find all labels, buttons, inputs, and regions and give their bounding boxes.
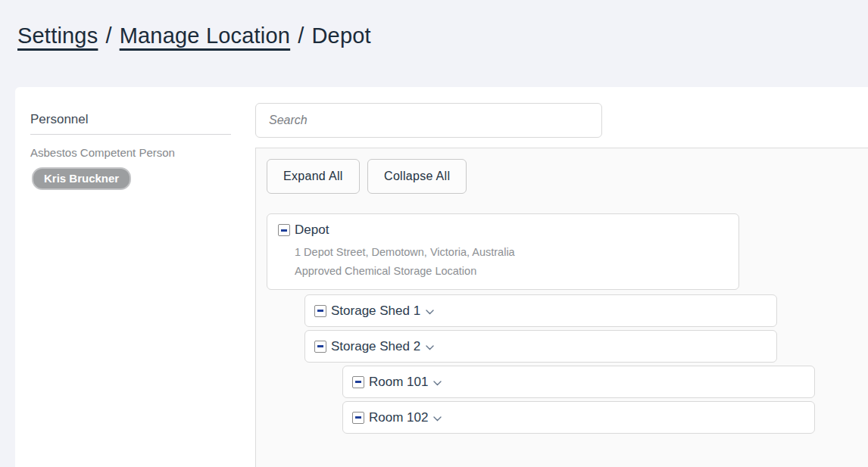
content-card: Personnel Asbestos Competent Person Kris… — [15, 87, 868, 467]
chevron-down-icon[interactable] — [426, 310, 434, 315]
location-tree-panel: Expand All Collapse All Depot 1 Depot St… — [255, 148, 868, 467]
search-input[interactable] — [255, 103, 602, 138]
chevron-down-icon[interactable] — [433, 381, 442, 386]
minus-square-icon[interactable] — [352, 412, 364, 424]
tree-node-room-101: Room 101 — [342, 366, 815, 398]
node-label: Storage Shed 2 — [331, 339, 420, 354]
node-details: 1 Depot Street, Demotown, Victoria, Aust… — [295, 243, 728, 281]
chevron-down-icon[interactable] — [426, 345, 434, 350]
tree-node-storage-shed-1: Storage Shed 1 — [304, 294, 777, 327]
location-tree: Depot 1 Depot Street, Demotown, Victoria… — [256, 213, 868, 434]
node-address: 1 Depot Street, Demotown, Victoria, Aust… — [295, 243, 728, 262]
tree-node-storage-shed-2: Storage Shed 2 — [304, 330, 777, 363]
breadcrumb-link-settings[interactable]: Settings — [17, 23, 98, 48]
sidebar-divider — [30, 134, 231, 135]
minus-square-icon[interactable] — [352, 376, 364, 388]
chevron-down-icon[interactable] — [433, 416, 442, 422]
breadcrumb-separator: / — [298, 23, 304, 48]
minus-square-icon[interactable] — [314, 305, 326, 317]
node-label: Storage Shed 1 — [331, 304, 420, 319]
node-label: Room 102 — [369, 410, 428, 425]
tree-node-room-102: Room 102 — [342, 401, 815, 434]
page: Settings/Manage Location/Depot Personnel… — [0, 0, 868, 467]
collapse-all-button[interactable]: Collapse All — [367, 159, 467, 194]
minus-square-icon[interactable] — [278, 224, 290, 236]
location-main: Expand All Collapse All Depot 1 Depot St… — [255, 87, 868, 467]
role-label: Asbestos Competent Person — [30, 146, 246, 159]
node-tag: Approved Chemical Storage Location — [295, 262, 728, 281]
tree-node-depot: Depot 1 Depot Street, Demotown, Victoria… — [267, 213, 739, 290]
person-badge: Kris Bruckner — [32, 167, 131, 190]
node-label: Depot — [295, 223, 329, 238]
breadcrumb-separator: / — [105, 23, 111, 48]
breadcrumb: Settings/Manage Location/Depot — [17, 23, 371, 48]
minus-square-icon[interactable] — [314, 341, 326, 353]
personnel-sidebar: Personnel Asbestos Competent Person Kris… — [30, 87, 246, 190]
personnel-heading: Personnel — [30, 112, 246, 127]
breadcrumb-link-manage-location[interactable]: Manage Location — [120, 23, 291, 48]
expand-all-button[interactable]: Expand All — [267, 159, 360, 194]
tree-toolbar: Expand All Collapse All — [256, 148, 868, 194]
breadcrumb-current-depot: Depot — [311, 23, 370, 48]
node-label: Room 101 — [369, 375, 428, 390]
